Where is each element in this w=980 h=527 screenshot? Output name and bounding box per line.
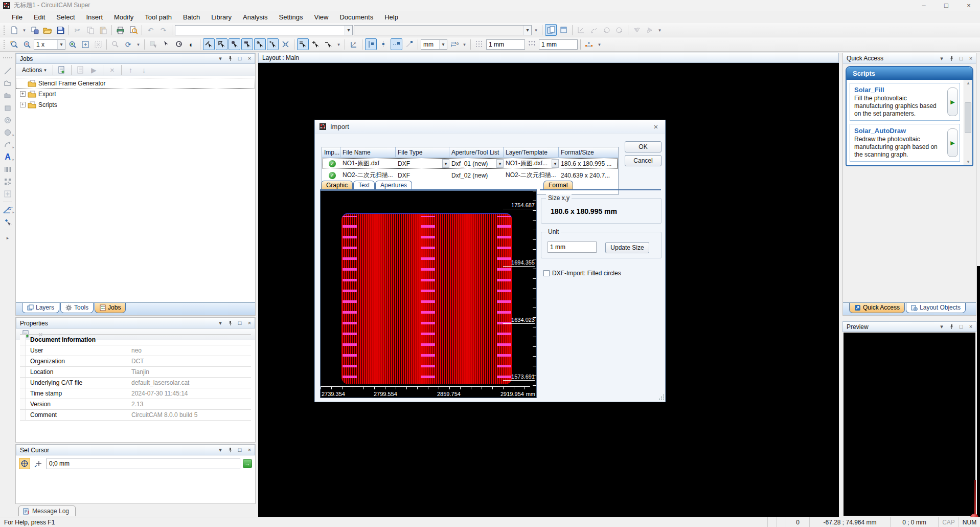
rotate-left-button[interactable] <box>601 24 612 36</box>
maximize-button[interactable]: □ <box>935 0 958 11</box>
toolbar-grip[interactable] <box>4 26 6 35</box>
add-selection-tool[interactable] <box>310 38 322 50</box>
select-point-tool[interactable] <box>254 38 266 50</box>
angle-45-tool[interactable]: 45°▸ <box>2 204 14 216</box>
pick-point-button[interactable] <box>160 38 172 50</box>
zoom-in-button[interactable] <box>66 38 78 50</box>
preview-viewport[interactable] <box>844 333 975 516</box>
checkbox-icon[interactable] <box>543 270 550 276</box>
quick-access-close-icon[interactable]: × <box>968 55 974 61</box>
selection-combobox[interactable]: ▾ <box>175 25 353 35</box>
move-up-button[interactable]: ↑ <box>125 64 136 76</box>
mirror-v-button[interactable] <box>644 24 655 36</box>
column-file-type[interactable]: File Type <box>396 147 449 157</box>
decimal-caret[interactable]: ▾ <box>461 39 468 50</box>
layer-dropdown-icon[interactable]: ▾ <box>552 159 559 168</box>
table-row[interactable]: Userneo <box>20 345 251 356</box>
edit-job-button[interactable] <box>75 64 86 76</box>
tab-apertures[interactable]: Apertures <box>375 181 412 190</box>
import-row-2[interactable]: ✓ NO2-二次元扫描... DXF Dxf_02 (new) NO2-二次元扫… <box>322 169 618 181</box>
menu-modify[interactable]: Modify <box>108 12 139 23</box>
import-ok-icon[interactable]: ✓ <box>329 172 336 179</box>
text-tool[interactable]: A▸ <box>2 151 14 163</box>
cell-layer[interactable]: NO1-原图.dxf...▾ <box>504 158 559 169</box>
mirror-h-button[interactable] <box>631 24 643 36</box>
menu-select[interactable]: Select <box>51 12 80 23</box>
new-document-button[interactable] <box>8 24 20 36</box>
quick-access-menu-icon[interactable]: ▾ <box>939 55 945 61</box>
set-cursor-pin-icon[interactable] <box>227 447 233 453</box>
snap-grid-button[interactable] <box>391 38 402 50</box>
cell-format[interactable]: 180.6 x 180.995 ... <box>559 158 618 169</box>
cell-layer[interactable]: NO2-二次元扫描... <box>504 169 559 181</box>
toolbar1-overflow-2[interactable]: ▾ <box>656 25 663 36</box>
refresh-button[interactable]: ⟳ <box>122 38 134 50</box>
open-path-tool[interactable] <box>2 77 14 90</box>
select-open-shape-tool[interactable] <box>216 38 227 50</box>
tree-item-export[interactable]: + Export <box>16 89 255 99</box>
column-layer-template[interactable]: Layer/Template <box>504 147 559 157</box>
scripts-scrollbar[interactable]: ▲ ▼ <box>964 80 972 165</box>
menu-file[interactable]: File <box>6 12 28 23</box>
copy-button[interactable] <box>84 24 96 36</box>
import-dialog-titlebar[interactable]: Import × <box>315 120 665 134</box>
contrast-button[interactable]: ◐ <box>186 38 197 50</box>
snap-guide-button[interactable] <box>365 38 377 50</box>
new-window-button[interactable] <box>558 24 569 36</box>
snap-angle-button[interactable] <box>403 38 415 50</box>
cell-aperture[interactable]: Dxf_02 (new) <box>449 169 504 181</box>
column-format-size[interactable]: Format/Size <box>559 147 618 157</box>
minimize-button[interactable]: – <box>913 0 935 11</box>
unit-caret[interactable]: ▾ <box>439 40 447 49</box>
cell-file-type[interactable]: DXF▾ <box>396 158 449 169</box>
close-button[interactable]: × <box>958 0 980 11</box>
scroll-thumb[interactable] <box>965 102 971 133</box>
menu-settings[interactable]: Settings <box>274 12 309 23</box>
zoom-selection-button[interactable] <box>92 38 104 50</box>
polygon-tool[interactable] <box>2 90 14 102</box>
quick-access-maximize-icon[interactable]: □ <box>958 55 964 61</box>
strip-grip[interactable] <box>3 57 12 59</box>
preview-menu-icon[interactable]: ▾ <box>939 324 945 330</box>
selection-combobox-caret[interactable]: ▾ <box>345 26 352 35</box>
snap-point-button[interactable] <box>378 38 390 50</box>
fiducial-tool[interactable] <box>2 188 14 200</box>
menu-tool-path[interactable]: Tool path <box>139 12 177 23</box>
grid-dots-button[interactable] <box>473 38 485 50</box>
aperture-dropdown-icon[interactable]: ▾ <box>496 159 504 168</box>
cell-format[interactable]: 240.639 x 240.7... <box>559 169 618 181</box>
tab-quick-access[interactable]: Quick Access <box>849 303 905 313</box>
grid-size-input-2[interactable] <box>539 39 578 50</box>
tab-layers[interactable]: Layers <box>22 303 59 313</box>
tree-item-scripts[interactable]: + Scripts <box>16 99 255 110</box>
remove-selection-tool[interactable] <box>323 38 334 50</box>
file-type-dropdown-icon[interactable]: ▾ <box>442 159 449 168</box>
magnify-pick-button[interactable] <box>173 38 185 50</box>
zoom-window-button[interactable] <box>8 38 20 50</box>
script-link-solar-autodraw[interactable]: Solar_AutoDraw <box>854 127 944 135</box>
column-aperture-tool-list[interactable]: Aperture/Tool List <box>449 147 504 157</box>
new-document-caret[interactable]: ▾ <box>21 25 28 36</box>
cursor-position-input[interactable] <box>47 458 240 469</box>
menu-view[interactable]: View <box>308 12 334 23</box>
cell-aperture[interactable]: Dxf_01 (new)▾ <box>449 158 504 169</box>
rectangle-tool[interactable] <box>2 102 14 114</box>
cell-file-type[interactable]: DXF <box>396 169 449 181</box>
tab-jobs[interactable]: Jobs <box>95 303 126 313</box>
jobs-menu-icon[interactable]: ▾ <box>217 56 223 62</box>
save-button[interactable] <box>54 24 66 36</box>
actions-button[interactable]: Actions▾ <box>19 65 50 75</box>
attach-cursor-tool[interactable] <box>2 216 14 228</box>
move-down-button[interactable]: ↓ <box>138 64 150 76</box>
preview-close-icon[interactable]: × <box>968 324 974 330</box>
print-preview-button[interactable] <box>127 24 139 36</box>
cell-file-name[interactable]: NO2-二次元扫描... <box>340 169 396 181</box>
cut-button[interactable]: ✂ <box>72 24 83 36</box>
secondary-combobox[interactable]: ▾ <box>354 25 532 35</box>
select-multipoint-tool[interactable] <box>267 38 279 50</box>
shrink-selection-tool[interactable] <box>280 38 291 50</box>
circle-tool[interactable]: ▸ <box>2 126 14 139</box>
grid-size-input[interactable] <box>486 39 525 50</box>
barcode-tool[interactable] <box>2 163 14 175</box>
align-shapes-button[interactable] <box>588 24 600 36</box>
